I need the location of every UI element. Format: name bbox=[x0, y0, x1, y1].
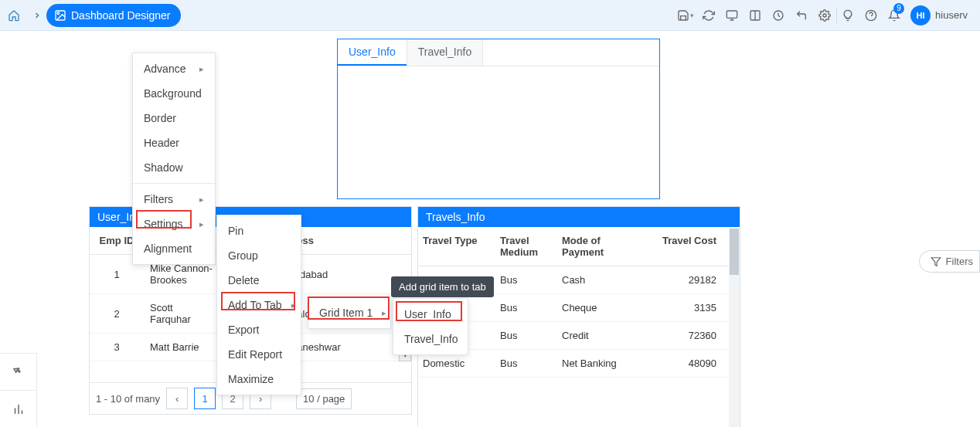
context-menu-settings: Pin Group Delete Add To Tab▸ Export Edit… bbox=[216, 215, 301, 395]
menu-item-shadow[interactable]: Shadow bbox=[133, 155, 215, 180]
menu-item-target-travel-info[interactable]: Travel_Info bbox=[393, 327, 468, 351]
grid-title: Travels_Info bbox=[418, 207, 740, 227]
menu-item-edit-report[interactable]: Edit Report bbox=[217, 342, 301, 367]
top-bar: Dashboard Designer ▾ 9 HI hiuserv bbox=[0, 0, 980, 31]
image-icon bbox=[54, 9, 66, 22]
filter-icon bbox=[931, 256, 941, 267]
col-travel-medium[interactable]: Travel Medium bbox=[495, 227, 557, 266]
tooltip: Add grid item to tab bbox=[391, 276, 494, 297]
chevron-right-icon: ▸ bbox=[382, 308, 386, 318]
layout-icon bbox=[749, 9, 761, 22]
menu-item-maximize[interactable]: Maximize bbox=[217, 367, 301, 391]
chevron-right-icon: ▸ bbox=[199, 219, 204, 229]
menu-item-group[interactable]: Group bbox=[217, 243, 301, 268]
svg-point-1 bbox=[57, 12, 60, 15]
top-actions: ▾ 9 HI hiuserv bbox=[674, 2, 980, 29]
tab-container-panel[interactable]: User_Info Travel_Info bbox=[337, 39, 660, 199]
notification-count: 9 bbox=[893, 3, 904, 14]
page-title: Dashboard Designer bbox=[71, 9, 170, 22]
home-icon bbox=[8, 9, 20, 22]
left-tool-rail bbox=[0, 353, 37, 427]
bar-chart-icon bbox=[12, 402, 26, 416]
notifications-button[interactable]: 9 bbox=[883, 2, 906, 29]
refresh-button[interactable] bbox=[697, 2, 720, 29]
pointer-icon bbox=[12, 365, 26, 379]
save-icon bbox=[677, 9, 689, 22]
chart-tool[interactable] bbox=[0, 390, 37, 427]
pointer-tool[interactable] bbox=[0, 353, 37, 390]
scrollbar-thumb[interactable] bbox=[730, 229, 739, 275]
scrollbar[interactable] bbox=[729, 229, 740, 427]
menu-separator bbox=[133, 183, 215, 184]
context-menu-tabs: User_Info Travel_Info bbox=[393, 298, 468, 355]
menu-item-filters[interactable]: Filters▸ bbox=[133, 187, 215, 212]
gear-icon bbox=[818, 9, 831, 22]
pager-summary: 1 - 10 of many bbox=[96, 393, 160, 405]
tab-user-info[interactable]: User_Info bbox=[338, 39, 407, 66]
filters-label: Filters bbox=[946, 256, 973, 267]
help-icon bbox=[865, 9, 877, 22]
history-button[interactable] bbox=[767, 2, 790, 29]
refresh-icon bbox=[703, 9, 715, 22]
menu-item-export[interactable]: Export bbox=[217, 317, 301, 342]
menu-item-settings[interactable]: Settings▸ bbox=[133, 212, 215, 236]
pager-page-1[interactable]: 1 bbox=[194, 388, 216, 409]
col-travel-type[interactable]: Travel Type bbox=[418, 227, 495, 266]
filters-pill[interactable]: Filters bbox=[919, 250, 980, 273]
col-travel-cost[interactable]: Travel Cost bbox=[635, 227, 740, 266]
chevron-right-icon: ▸ bbox=[199, 195, 204, 205]
menu-item-target-user-info[interactable]: User_Info bbox=[393, 302, 468, 327]
context-menu-grid-items: Grid Item 1▸ bbox=[308, 297, 391, 329]
col-mode-payment[interactable]: Mode of Payment bbox=[557, 227, 635, 266]
menu-item-grid-item-1[interactable]: Grid Item 1▸ bbox=[308, 300, 390, 325]
menu-item-header[interactable]: Header bbox=[133, 130, 215, 155]
settings-button[interactable] bbox=[813, 2, 836, 29]
menu-item-pin[interactable]: Pin bbox=[217, 219, 301, 243]
history-icon bbox=[772, 9, 784, 22]
help-button[interactable] bbox=[859, 2, 883, 29]
menu-item-background[interactable]: Background bbox=[133, 81, 215, 106]
username: hiuserv bbox=[935, 9, 974, 21]
monitor-icon bbox=[726, 9, 738, 22]
page-title-pill[interactable]: Dashboard Designer bbox=[46, 4, 181, 27]
home-button[interactable] bbox=[0, 2, 28, 29]
layout-button[interactable] bbox=[744, 2, 767, 29]
svg-point-8 bbox=[823, 14, 826, 17]
breadcrumb-arrow bbox=[28, 2, 46, 29]
save-dropdown[interactable]: ▾ bbox=[674, 2, 697, 29]
undo-icon bbox=[795, 9, 808, 22]
menu-item-alignment[interactable]: Alignment bbox=[133, 236, 215, 261]
chevron-right-icon: ▸ bbox=[291, 300, 296, 310]
menu-item-delete[interactable]: Delete bbox=[217, 268, 301, 293]
lightbulb-button[interactable] bbox=[836, 2, 859, 29]
svg-rect-2 bbox=[726, 11, 737, 18]
chevron-right-icon bbox=[32, 11, 42, 20]
context-menu-style: Advance▸ Background Border Header Shadow… bbox=[132, 53, 216, 265]
tab-travel-info[interactable]: Travel_Info bbox=[407, 39, 484, 66]
table-header: Travel Type Travel Medium Mode of Paymen… bbox=[418, 227, 740, 266]
pager-prev[interactable]: ‹ bbox=[166, 388, 188, 409]
undo-button[interactable] bbox=[790, 2, 813, 29]
avatar[interactable]: HI bbox=[910, 5, 931, 25]
chevron-right-icon: ▸ bbox=[199, 64, 204, 74]
page-size-select[interactable]: 10 / page bbox=[296, 388, 352, 409]
menu-item-add-to-tab[interactable]: Add To Tab▸ bbox=[217, 293, 301, 317]
menu-item-advance[interactable]: Advance▸ bbox=[133, 56, 215, 81]
menu-item-border[interactable]: Border bbox=[133, 106, 215, 130]
lightbulb-icon bbox=[842, 9, 854, 22]
present-button[interactable] bbox=[720, 2, 744, 29]
svg-marker-14 bbox=[931, 257, 941, 266]
